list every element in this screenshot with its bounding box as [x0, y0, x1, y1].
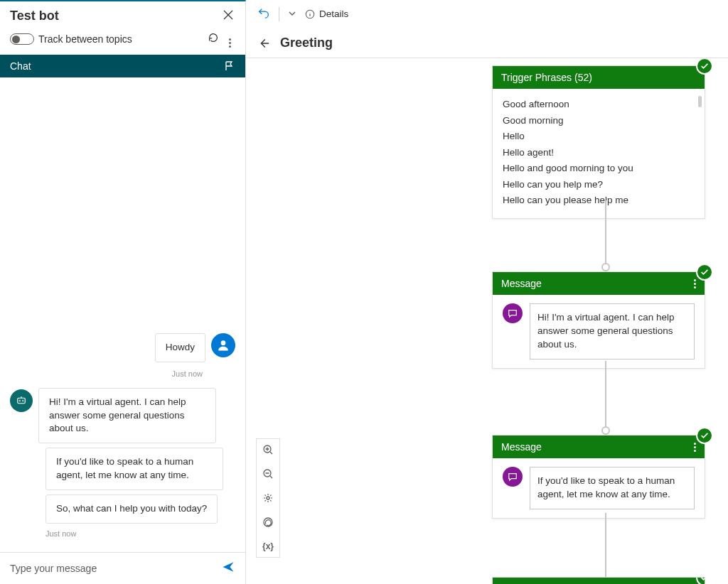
phrase-list: Good afternoon Good morning Hello Hello … [503, 97, 695, 207]
bot-avatar-icon [10, 389, 33, 412]
phrase-item: Hello [503, 129, 695, 144]
reset-icon[interactable] [207, 31, 220, 47]
edge [605, 361, 606, 428]
more-icon[interactable] [694, 279, 696, 288]
message-node[interactable]: Message If you'd like to speak to a huma… [492, 435, 705, 519]
chat-input-row [0, 552, 245, 584]
phrase-item: Good morning [503, 114, 695, 128]
edge-connector[interactable] [601, 426, 610, 435]
variables-icon[interactable]: {x} [262, 540, 274, 553]
canvas-toolbar: Details [246, 0, 728, 28]
canvas-header: Greeting [246, 28, 728, 58]
phrase-item: Hello agent! [503, 146, 695, 160]
message-node-title: Message [501, 278, 542, 289]
edge [605, 513, 606, 577]
phrase-item: Hello and good morning to you [503, 161, 695, 175]
more-icon[interactable] [224, 31, 235, 48]
chat-bubble-icon [503, 467, 523, 487]
message-node-header [493, 578, 705, 584]
close-icon[interactable] [223, 9, 234, 23]
more-icon[interactable] [694, 443, 696, 452]
message-node-body: If you'd like to speak to a human agent,… [493, 458, 705, 518]
user-message-row: Howdy [10, 333, 235, 362]
message-node-text[interactable]: If you'd like to speak to a human agent,… [530, 467, 695, 509]
track-between-topics-toggle[interactable] [10, 33, 34, 45]
trigger-node-body: Good afternoon Good morning Hello Hello … [493, 89, 705, 218]
test-bot-panel: Test bot Track between topics Chat Howdy… [0, 0, 246, 584]
authoring-canvas[interactable]: Trigger Phrases (52) Good afternoon Good… [246, 58, 728, 584]
trigger-phrases-node[interactable]: Trigger Phrases (52) Good afternoon Good… [492, 65, 705, 219]
track-between-topics-label: Track between topics [38, 33, 203, 45]
details-label: Details [319, 9, 348, 19]
message-node-body: Hi! I'm a virtual agent. I can help answ… [493, 295, 705, 368]
flag-icon[interactable] [224, 60, 235, 72]
zoom-controls: {x} [256, 438, 280, 558]
bot-message-row: Hi! I'm a virtual agent. I can help answ… [10, 388, 235, 444]
user-message-timestamp: Just now [10, 369, 203, 378]
chevron-down-icon[interactable] [288, 8, 296, 21]
info-icon [305, 9, 315, 19]
check-icon [696, 427, 713, 444]
message-node-header: Message [493, 436, 705, 458]
message-node-header: Message [493, 272, 705, 295]
test-bot-header: Test bot [0, 1, 245, 26]
message-node[interactable]: Message Hi! I'm a virtual agent. I can h… [492, 271, 705, 369]
phrase-item: Hello can you help me? [503, 178, 695, 192]
check-icon [696, 58, 713, 75]
edge-connector[interactable] [601, 263, 610, 271]
undo-icon[interactable] [257, 6, 270, 22]
topic-title: Greeting [280, 36, 333, 50]
message-node-title: Message [501, 441, 542, 453]
phrase-item: Good afternoon [503, 97, 695, 112]
bot-message-bubble: Hi! I'm a virtual agent. I can help answ… [38, 388, 216, 444]
message-node-partial[interactable] [492, 577, 705, 584]
user-message-bubble: Howdy [155, 333, 205, 362]
trigger-node-title: Trigger Phrases (52) [501, 72, 592, 83]
test-bot-toolbar: Track between topics [0, 26, 245, 55]
message-node-text[interactable]: Hi! I'm a virtual agent. I can help answ… [530, 303, 695, 359]
edge [605, 200, 606, 264]
canvas-panel: Details Greeting Trigger Phrases (52) Go… [246, 0, 728, 584]
svg-point-0 [221, 340, 226, 345]
zoom-in-icon[interactable] [262, 443, 274, 456]
test-bot-title: Test bot [10, 9, 59, 23]
check-icon [696, 264, 713, 281]
bot-message-bubble: If you'd like to speak to a human agent,… [46, 448, 223, 490]
chat-tab[interactable]: Chat [0, 55, 245, 77]
svg-point-7 [267, 497, 269, 499]
svg-point-3 [22, 400, 23, 401]
zoom-fit-icon[interactable] [262, 492, 274, 504]
trigger-node-header: Trigger Phrases (52) [493, 66, 705, 89]
chat-body: Howdy Just now Hi! I'm a virtual agent. … [0, 77, 245, 552]
send-icon[interactable] [221, 560, 235, 577]
phrase-item: Hello can you please help me [503, 193, 695, 207]
zoom-out-icon[interactable] [262, 467, 274, 480]
chat-input[interactable] [10, 563, 221, 574]
chat-tab-label: Chat [10, 60, 31, 72]
bot-message-timestamp: Just now [46, 529, 235, 538]
chat-bubble-icon [503, 303, 523, 323]
bot-message-bubble: So, what can I help you with today? [46, 494, 218, 524]
svg-rect-1 [18, 398, 26, 404]
toolbar-separator [279, 7, 279, 21]
details-button[interactable]: Details [305, 9, 348, 19]
bot-message-row: If you'd like to speak to a human agent,… [10, 448, 235, 490]
check-icon [696, 577, 705, 584]
back-icon[interactable] [257, 37, 270, 50]
user-avatar-icon [211, 333, 235, 357]
zoom-reset-icon[interactable] [262, 516, 274, 529]
bot-message-row: So, what can I help you with today? [10, 494, 235, 524]
scrollbar[interactable] [698, 96, 702, 107]
svg-point-2 [19, 400, 21, 401]
